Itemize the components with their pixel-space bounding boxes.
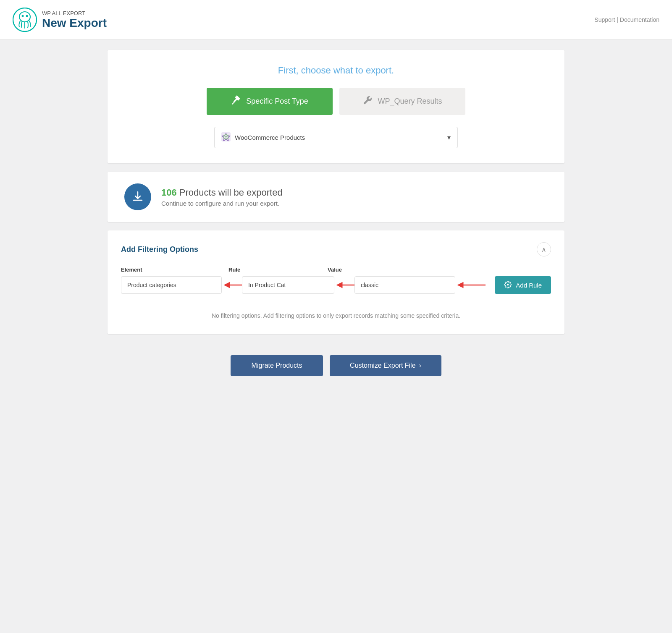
rule-select[interactable]: In Product Cat xyxy=(242,276,334,294)
filtering-title: Add Filtering Options xyxy=(121,245,198,254)
element-wrapper: Product categories xyxy=(121,276,222,294)
add-rule-label: Add Rule xyxy=(516,282,542,289)
element-label: Element xyxy=(121,267,222,273)
arrow-element-indicator xyxy=(223,281,244,289)
svg-point-1 xyxy=(19,12,30,22)
chevron-right-icon: › xyxy=(419,362,421,369)
filtering-header: Add Filtering Options ∧ xyxy=(121,242,551,256)
wp-query-results-label: WP_Query Results xyxy=(378,97,442,106)
page-title: New Export xyxy=(42,16,107,30)
chevron-up-icon: ∧ xyxy=(541,246,546,254)
woocommerce-icon xyxy=(221,132,231,143)
export-count-icon-circle xyxy=(124,183,151,210)
value-wrapper xyxy=(354,276,455,294)
svg-point-3 xyxy=(26,15,28,17)
arrow-value-indicator xyxy=(457,281,486,289)
svg-point-2 xyxy=(22,15,24,17)
element-select[interactable]: Product categories xyxy=(121,276,222,294)
specific-post-type-button[interactable]: Specific Post Type xyxy=(207,88,333,115)
export-type-card: First, choose what to export. Specific P… xyxy=(108,50,564,163)
wrench-icon xyxy=(362,95,373,107)
add-rule-button[interactable]: Add Rule xyxy=(495,276,551,294)
collapse-button[interactable]: ∧ xyxy=(537,242,551,256)
count-text: 106 Products will be exported Continue t… xyxy=(161,187,283,207)
bottom-actions: Migrate Products Customize Export File › xyxy=(108,343,564,393)
dropdown-selected-value: WooCommerce Products xyxy=(235,134,305,141)
migrate-products-button[interactable]: Migrate Products xyxy=(231,355,323,376)
export-type-buttons: Specific Post Type WP_Query Results xyxy=(124,88,548,115)
value-label: Value xyxy=(328,267,551,273)
chevron-down-icon: ▾ xyxy=(447,133,451,141)
app-name: WP ALL EXPORT xyxy=(42,10,107,16)
title-group: WP ALL EXPORT New Export xyxy=(42,10,107,30)
download-icon xyxy=(131,190,144,204)
header-links: Support | Documentation xyxy=(594,16,659,23)
documentation-link[interactable]: Documentation xyxy=(620,16,659,23)
count-heading: 106 Products will be exported xyxy=(161,187,283,198)
customize-label: Customize Export File xyxy=(350,362,416,369)
rule-wrapper: In Product Cat xyxy=(242,276,334,294)
count-label: Products will be exported xyxy=(179,187,283,198)
value-input[interactable] xyxy=(354,276,455,294)
specific-post-type-label: Specific Post Type xyxy=(246,97,308,106)
customize-export-button[interactable]: Customize Export File › xyxy=(330,355,441,376)
export-count-card: 106 Products will be exported Continue t… xyxy=(108,172,564,222)
support-link[interactable]: Support xyxy=(594,16,615,23)
rule-label: Rule xyxy=(228,267,321,273)
page-header: WP ALL EXPORT New Export Support | Docum… xyxy=(0,0,672,40)
no-filter-message: No filtering options. Add filtering opti… xyxy=(121,304,551,322)
logo-icon xyxy=(13,8,37,32)
export-heading: First, choose what to export. xyxy=(124,65,548,76)
arrow-rule-indicator xyxy=(336,281,356,289)
post-type-dropdown[interactable]: WooCommerce Products ▾ xyxy=(214,127,458,148)
link-separator: | xyxy=(617,16,618,23)
logo-area: WP ALL EXPORT New Export xyxy=(13,8,107,32)
filter-row: Product categories In Product Cat xyxy=(121,276,551,294)
main-content: First, choose what to export. Specific P… xyxy=(101,50,571,393)
count-sublabel: Continue to configure and run your expor… xyxy=(161,200,283,207)
gear-icon xyxy=(504,281,512,290)
pin-icon xyxy=(231,95,241,107)
wp-query-results-button[interactable]: WP_Query Results xyxy=(339,88,465,115)
filter-row-labels: Element Rule Value xyxy=(121,267,551,273)
product-count: 106 xyxy=(161,187,177,198)
filtering-card: Add Filtering Options ∧ Element Rule Val… xyxy=(108,230,564,334)
